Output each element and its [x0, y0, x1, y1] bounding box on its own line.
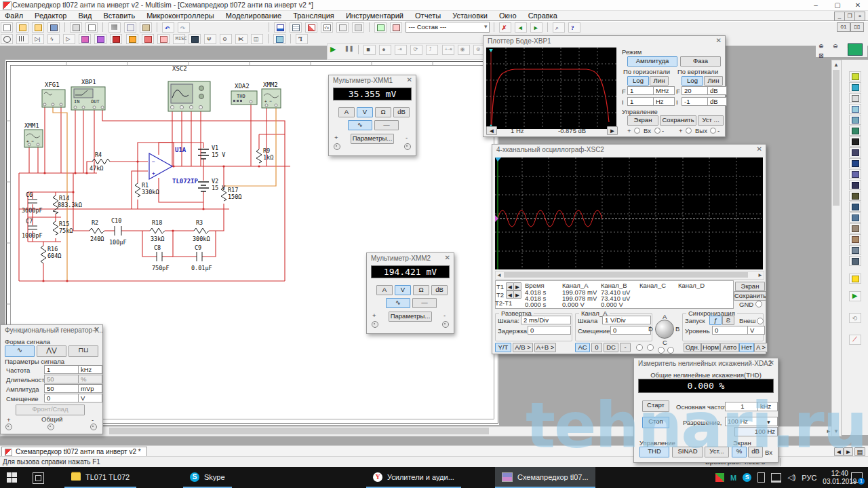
multimeter-xmm1-window[interactable]: Мультиметр-XMM1✕ 35.355 mV A V Ω dB ∿ — … [328, 75, 416, 156]
task-view-icon[interactable] [33, 472, 44, 484]
undo-icon[interactable]: ↶ [162, 22, 174, 33]
tab-scroll-left-button[interactable]: ◄ [834, 447, 844, 456]
redo-icon[interactable]: ↷ [178, 22, 190, 33]
scope-level-input[interactable]: 0 [712, 326, 750, 335]
xmm1-ampere-button[interactable]: A [338, 107, 355, 117]
distortion-analyzer-icon[interactable] [849, 191, 861, 201]
scope-trigger-rising-button[interactable]: ƒ [709, 316, 722, 325]
place-indicator-icon[interactable] [142, 34, 154, 44]
postprocessor-icon[interactable]: √x [321, 22, 333, 33]
funcgen-plus-terminal[interactable] [5, 424, 12, 430]
place-peripherals-icon[interactable] [189, 34, 201, 44]
bode-title-bar[interactable]: Плоттер Боде-XBP1✕ [484, 36, 725, 48]
stop-icon[interactable]: ■ [363, 45, 376, 55]
tray-language[interactable]: РУС [802, 474, 816, 482]
new-file-icon[interactable] [1, 22, 13, 33]
scope-single-button[interactable]: Одн. [684, 343, 701, 352]
bode-cursor-right-button[interactable]: ► [607, 126, 618, 135]
erc-icon[interactable]: ✗ [499, 22, 511, 33]
place-misc-icon[interactable]: MISC [173, 34, 185, 44]
funcgen-freq-input[interactable]: 1 [44, 365, 79, 374]
xmm2-volt-button[interactable]: V [395, 285, 411, 295]
taskbar-app-skype[interactable]: S Skype [183, 467, 232, 488]
forward-annotate-icon[interactable] [390, 22, 402, 33]
network-analyzer-icon[interactable] [849, 212, 861, 223]
bode-v-lin-button[interactable]: Лин [704, 76, 723, 86]
scope-ab-button[interactable]: A/B > [513, 343, 533, 352]
scope-yt-button[interactable]: Y/T [495, 343, 511, 352]
bode-in-plus-terminal[interactable] [634, 128, 640, 134]
scope-knob-radio2[interactable] [667, 347, 674, 354]
mdi-close-button[interactable]: × [854, 12, 865, 21]
logic-analyzer-icon[interactable] [849, 158, 861, 168]
bode-settings-button[interactable]: Уст ... [698, 115, 724, 126]
agilent-oscilloscope-icon[interactable] [849, 245, 861, 255]
spreadsheet-icon[interactable] [290, 22, 302, 33]
zoom-fit-icon[interactable]: ⊠ [816, 52, 827, 61]
in-use-list-icon[interactable]: 01 [837, 22, 850, 32]
scope-knob-radio1[interactable] [658, 347, 665, 354]
open-file-icon[interactable] [16, 22, 28, 33]
scope-trigger-falling-button[interactable]: Ƨ [722, 316, 734, 325]
xmm2-plus-terminal[interactable] [372, 321, 378, 328]
tray-network-icon[interactable] [771, 473, 781, 483]
funcgen-minus-terminal[interactable] [90, 424, 97, 430]
zoom-in-icon[interactable]: ⊕ [816, 43, 827, 52]
paste-icon[interactable] [140, 22, 152, 33]
bode-amplitude-button[interactable]: Амплитуда [627, 56, 677, 67]
four-channel-oscilloscope-icon[interactable] [849, 115, 861, 125]
taskbar-app-browser[interactable]: Y Усилители и ауди... [366, 467, 461, 488]
start-button[interactable] [7, 472, 17, 483]
close-button[interactable]: ✕ [849, 0, 867, 10]
menu-edit[interactable]: Редактор [30, 11, 71, 20]
place-source-icon[interactable] [1, 34, 13, 44]
xda2-res-dropdown-icon[interactable]: ▾ [767, 418, 770, 426]
place-power-icon[interactable] [157, 34, 170, 44]
scope-t2-right-button[interactable]: ► [513, 290, 521, 299]
funcgen-offset-input[interactable]: 0 [44, 394, 79, 402]
oscilloscope-icon[interactable] [849, 104, 861, 114]
xmm2-ohm-button[interactable]: Ω [413, 285, 429, 295]
scope-title-bar[interactable]: 4-хканальный осциллограф-XSC2✕ [492, 145, 766, 156]
tray-app-icon[interactable] [715, 473, 724, 482]
print-icon[interactable] [70, 22, 82, 33]
place-mixed-icon[interactable] [126, 34, 138, 44]
xmm2-title-bar[interactable]: Мультиметр-XMM2✕ [367, 253, 454, 265]
report-icon[interactable] [336, 22, 349, 33]
composition-combobox[interactable]: --- Состав --- [406, 22, 490, 33]
bode-v-i-input[interactable]: -1 [682, 97, 710, 106]
scope-channel-knob[interactable] [655, 320, 674, 339]
xmm1-params-button[interactable]: Параметры... [351, 134, 394, 144]
place-hierarchical-icon[interactable] [273, 34, 285, 44]
scope-delay-input[interactable]: 0 [528, 326, 571, 335]
bode-h-i-input[interactable]: 1 [627, 97, 656, 106]
annotate-back-icon[interactable]: ◄ [515, 22, 527, 33]
bode-close-icon[interactable]: ✕ [716, 37, 722, 44]
print-preview-icon[interactable] [85, 22, 98, 33]
xda2-sinad-button[interactable]: SINAD [672, 447, 703, 457]
xmm2-close-icon[interactable]: ✕ [445, 255, 450, 261]
scope-hscrollbar[interactable]: ◄► [495, 271, 764, 280]
scope-minus-button[interactable]: - [620, 343, 631, 352]
notification-center-icon[interactable]: 1 [851, 467, 863, 488]
scope-screen-button[interactable]: Экран [735, 282, 765, 291]
breakpoint-icon[interactable]: ● [379, 45, 391, 55]
oscilloscope-window[interactable]: 4-хканальный осциллограф-XSC2✕ ◄► T1 ◄ ►… [492, 144, 766, 354]
bode-save-button[interactable]: Сохранить [660, 115, 696, 126]
xmm2-params-button[interactable]: Параметры... [389, 312, 432, 322]
xmm2-db-button[interactable]: dB [431, 285, 448, 295]
step-into-icon[interactable]: ⇥ [395, 45, 407, 55]
bode-phase-button[interactable]: Фаза [680, 56, 721, 67]
bode-out-minus-terminal[interactable] [710, 128, 716, 134]
cut-icon[interactable] [108, 22, 121, 33]
funcgen-edge-button[interactable]: Фронт/Спад [16, 405, 85, 415]
wattmeter-icon[interactable] [849, 93, 861, 103]
menu-tools[interactable]: Инструментарий [341, 11, 408, 20]
scope-dc-button[interactable]: DC [604, 343, 618, 352]
xmm2-minus-terminal[interactable] [442, 321, 449, 328]
find-icon[interactable]: ⌕ [553, 22, 565, 33]
pause-at-icon[interactable]: ▯▯ [850, 22, 864, 32]
xda2-stop-button[interactable]: Стоп [642, 417, 669, 428]
xmm1-volt-button[interactable]: V [357, 107, 373, 117]
scope-auto-button[interactable]: Авто [720, 343, 739, 352]
